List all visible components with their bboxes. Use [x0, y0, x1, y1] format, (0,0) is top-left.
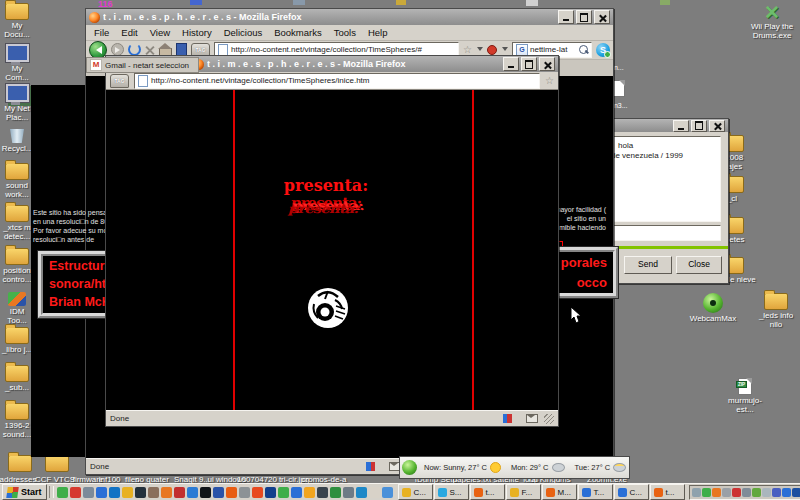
- taskbar-icon[interactable]: [712, 488, 721, 497]
- taskbar-icon[interactable]: [782, 488, 791, 497]
- start-button[interactable]: Start: [2, 484, 47, 500]
- taskbar-icon[interactable]: [70, 487, 81, 498]
- desktop-icon-webcammax[interactable]: WebcamMax: [688, 293, 738, 324]
- taskbar-icon[interactable]: [252, 487, 263, 498]
- taskbar-icon[interactable]: [343, 487, 354, 498]
- taskbar-window-button[interactable]: C...: [614, 484, 649, 500]
- taskbar-window-button[interactable]: F...: [506, 484, 541, 500]
- taskbar-icon[interactable]: [83, 487, 94, 498]
- taskbar-icon[interactable]: [382, 487, 393, 498]
- taskbar-icon[interactable]: [239, 487, 250, 498]
- menu-help[interactable]: Help: [362, 27, 394, 38]
- taskbar-icon[interactable]: [722, 488, 731, 497]
- desktop-icon-idm[interactable]: IDM Too...: [0, 292, 34, 326]
- taskbar-icon[interactable]: [702, 488, 711, 497]
- taskbar-icon[interactable]: [692, 488, 701, 497]
- taskbar-icon[interactable]: [762, 488, 771, 497]
- taskbar-icon[interactable]: [109, 487, 120, 498]
- close-button[interactable]: [539, 57, 555, 71]
- taskbar-icon[interactable]: [148, 487, 159, 498]
- resize-grip[interactable]: [544, 414, 554, 424]
- taskbar-window-button[interactable]: T...: [578, 484, 613, 500]
- taskbar-icon[interactable]: [265, 487, 276, 498]
- menu-tools[interactable]: Tools: [328, 27, 362, 38]
- taskbar-icon[interactable]: [57, 487, 68, 498]
- desktop-icon-murmujo[interactable]: ZIP murmujo-est...: [722, 378, 768, 415]
- skype-icon[interactable]: S: [596, 43, 610, 57]
- folder-icon[interactable]: [45, 455, 69, 472]
- desktop-icon-xtcs[interactable]: _xtcs m detec...: [0, 205, 34, 242]
- chat-input[interactable]: [603, 225, 721, 241]
- url-bar[interactable]: http://no-content.net/vintage/collection…: [134, 73, 540, 89]
- mail-icon[interactable]: [526, 414, 538, 423]
- tab-gmail[interactable]: M Gmail - netart seleccion: [86, 57, 199, 73]
- taskbar-icon[interactable]: [752, 488, 761, 497]
- folder-icon[interactable]: [8, 455, 32, 472]
- search-icon[interactable]: [579, 45, 588, 54]
- taskbar-icon[interactable]: [278, 487, 289, 498]
- bookmark-star-icon[interactable]: ☆: [545, 76, 554, 86]
- taskbar-icon[interactable]: [135, 487, 146, 498]
- taskbar-icon[interactable]: [732, 488, 741, 497]
- taskbar-icon[interactable]: [174, 487, 185, 498]
- desktop-icon-my-computer[interactable]: My Com...: [0, 43, 34, 83]
- taskbar-icon[interactable]: [122, 487, 133, 498]
- taskbar-icon[interactable]: [772, 488, 781, 497]
- taskbar-icon[interactable]: [291, 487, 302, 498]
- menu-bookmarks[interactable]: Bookmarks: [268, 27, 328, 38]
- desktop-icon-sound-works[interactable]: sound work...: [0, 163, 34, 200]
- desktop-icon-libro[interactable]: _libro j...: [0, 327, 34, 355]
- taskbar-icon[interactable]: [742, 488, 751, 497]
- desktop-icon-my-documents[interactable]: My Docu...: [0, 3, 34, 40]
- statusbar-addon-icon[interactable]: [503, 414, 512, 423]
- taskbar-window-button[interactable]: M...: [542, 484, 577, 500]
- chevron-down-icon[interactable]: [477, 47, 483, 54]
- taskbar-icon[interactable]: [161, 487, 172, 498]
- close-button[interactable]: [594, 10, 610, 24]
- menu-edit[interactable]: Edit: [115, 27, 143, 38]
- menu-view[interactable]: View: [144, 27, 176, 38]
- taskbar-icon[interactable]: [226, 487, 237, 498]
- desktop-icon-position[interactable]: position contro...: [0, 248, 34, 285]
- taskbar-icon[interactable]: [330, 487, 341, 498]
- close-button[interactable]: [709, 120, 725, 132]
- taskbar-icon[interactable]: [317, 487, 328, 498]
- widget-icon[interactable]: [402, 460, 417, 475]
- desktop-icon-leds-info[interactable]: _leds info nilo: [752, 293, 800, 330]
- menu-delicious[interactable]: Delicious: [218, 27, 269, 38]
- maximize-button[interactable]: [691, 120, 707, 132]
- stop-button[interactable]: [145, 45, 155, 55]
- desktop-icon-sub[interactable]: _sub...: [0, 365, 34, 393]
- tag-icon[interactable]: TAG: [110, 74, 129, 88]
- chat-history[interactable]: hola de venezuela / 1999: [603, 136, 721, 222]
- taskbar-window-button[interactable]: t...: [470, 484, 505, 500]
- send-button[interactable]: Send: [624, 256, 672, 274]
- desktop-icon-1396[interactable]: 1396-2 sound...: [0, 403, 34, 440]
- taskbar-icon[interactable]: [369, 487, 380, 498]
- taskbar-icon[interactable]: [304, 487, 315, 498]
- taskbar-icon[interactable]: [187, 487, 198, 498]
- desktop-icon-my-network-places[interactable]: My Net Plac...: [0, 83, 34, 123]
- taskbar-icon[interactable]: [96, 487, 107, 498]
- minimize-button[interactable]: [503, 57, 519, 71]
- minimize-button[interactable]: [673, 120, 689, 132]
- minimize-button[interactable]: [558, 10, 574, 24]
- taskbar-icon[interactable]: [213, 487, 224, 498]
- taskbar-icon[interactable]: [356, 487, 367, 498]
- main-titlebar[interactable]: t . i . m . e . s . p . h . e . r . e . …: [86, 9, 613, 25]
- taskbar-window-button[interactable]: C...: [398, 484, 433, 500]
- statusbar-addon-icon[interactable]: [366, 462, 375, 471]
- taskbar-icon[interactable]: [792, 488, 800, 497]
- spiral-logo[interactable]: [306, 286, 350, 330]
- menu-file[interactable]: File: [88, 27, 115, 38]
- delicious-icon[interactable]: [487, 45, 497, 55]
- grid-icon[interactable]: [515, 415, 523, 423]
- close-button[interactable]: Close: [676, 256, 722, 274]
- taskbar-window-button[interactable]: t...: [650, 484, 685, 500]
- dialog-titlebar[interactable]: [598, 119, 728, 132]
- taskbar-window-button[interactable]: S...: [434, 484, 469, 500]
- desktop-icon-wii-play[interactable]: ✕Wii Play the Drums.exe: [748, 4, 796, 41]
- menu-history[interactable]: History: [176, 27, 218, 38]
- taskbar-icon[interactable]: [200, 487, 211, 498]
- bookmark-star-icon[interactable]: ☆: [463, 45, 472, 55]
